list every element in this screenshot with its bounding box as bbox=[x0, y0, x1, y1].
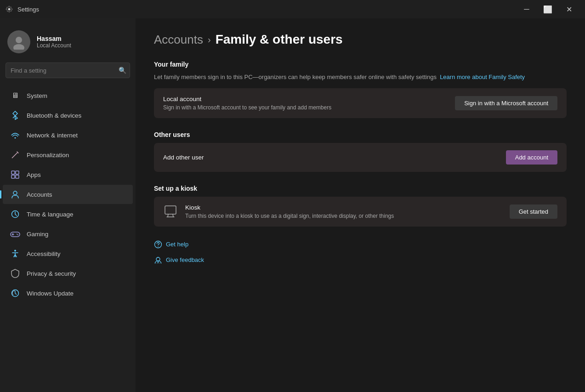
title-bar-left: Settings bbox=[6, 6, 39, 13]
breadcrumb: Accounts › Family & other users bbox=[154, 32, 567, 47]
sidebar-label-network: Network & internet bbox=[27, 132, 78, 139]
sidebar-item-update[interactable]: Windows Update bbox=[3, 284, 133, 303]
kiosk-section: Set up a kiosk Kiosk Turn this device in… bbox=[154, 185, 567, 227]
sidebar-label-time: Time & language bbox=[27, 211, 74, 218]
add-account-button[interactable]: Add account bbox=[506, 150, 557, 165]
svg-point-14 bbox=[17, 234, 17, 235]
username: Hassam bbox=[37, 35, 71, 42]
svg-rect-6 bbox=[16, 171, 19, 174]
close-button[interactable]: ✕ bbox=[558, 2, 579, 17]
your-family-title: Your family bbox=[154, 61, 567, 68]
local-account-title: Local account bbox=[163, 96, 331, 102]
kiosk-title: Kiosk bbox=[185, 204, 394, 211]
main-content: Accounts › Family & other users Your fam… bbox=[136, 18, 585, 392]
sidebar-label-privacy: Privacy & security bbox=[27, 270, 76, 277]
give-feedback-icon bbox=[154, 256, 162, 264]
add-user-card-left: Add other user bbox=[163, 154, 204, 161]
kiosk-card-left: Kiosk Turn this device into a kiosk to u… bbox=[163, 204, 394, 219]
your-family-desc: Let family members sign in to this PC—or… bbox=[154, 73, 567, 82]
sidebar-item-gaming[interactable]: Gaming bbox=[3, 224, 133, 244]
title-bar: Settings ─ ⬜ ✕ bbox=[0, 0, 585, 18]
local-account-card: Local account Sign in with a Microsoft a… bbox=[154, 88, 567, 118]
svg-point-0 bbox=[8, 8, 11, 11]
sidebar-label-apps: Apps bbox=[27, 171, 41, 178]
maximize-button[interactable]: ⬜ bbox=[537, 2, 558, 17]
sidebar-item-apps[interactable]: Apps bbox=[3, 165, 133, 184]
other-users-section: Other users Add other user Add account bbox=[154, 131, 567, 172]
kiosk-icon bbox=[163, 204, 178, 219]
sidebar-item-accessibility[interactable]: Accessibility bbox=[3, 244, 133, 263]
svg-rect-7 bbox=[11, 175, 15, 178]
sidebar-label-personalization: Personalization bbox=[27, 152, 69, 159]
svg-point-9 bbox=[13, 191, 17, 195]
avatar-image bbox=[11, 34, 27, 50]
accounts-icon bbox=[10, 189, 20, 199]
window-controls: ─ ⬜ ✕ bbox=[516, 2, 579, 17]
settings-icon bbox=[6, 6, 13, 13]
sidebar-label-bluetooth: Bluetooth & devices bbox=[27, 112, 81, 119]
local-account-subtitle: Sign in with a Microsoft account to see … bbox=[163, 104, 331, 111]
sidebar-label-accounts: Accounts bbox=[27, 191, 52, 198]
svg-point-23 bbox=[158, 246, 159, 247]
nav-items: 🖥 System Bluetooth & devices Network & i… bbox=[0, 84, 136, 392]
give-feedback-link[interactable]: Give feedback bbox=[154, 253, 567, 267]
search-icon: 🔍 bbox=[119, 67, 126, 74]
svg-point-24 bbox=[156, 257, 160, 261]
svg-line-20 bbox=[173, 214, 173, 217]
sidebar-item-time[interactable]: Time & language bbox=[3, 205, 133, 224]
add-other-user-title: Add other user bbox=[163, 154, 204, 161]
breadcrumb-current: Family & other users bbox=[216, 32, 343, 47]
svg-rect-18 bbox=[165, 206, 176, 214]
get-help-link[interactable]: Get help bbox=[154, 238, 567, 251]
time-icon bbox=[10, 209, 20, 219]
your-family-section: Your family Let family members sign in t… bbox=[154, 61, 567, 118]
add-other-user-card: Add other user Add account bbox=[154, 143, 567, 172]
minimize-button[interactable]: ─ bbox=[516, 2, 537, 17]
window-title: Settings bbox=[17, 6, 39, 13]
sidebar-item-bluetooth[interactable]: Bluetooth & devices bbox=[3, 106, 133, 125]
sidebar-item-network[interactable]: Network & internet bbox=[3, 125, 133, 145]
sidebar-item-personalization[interactable]: Personalization bbox=[3, 145, 133, 165]
svg-point-1 bbox=[16, 37, 22, 43]
search-box[interactable]: 🔍 bbox=[6, 62, 130, 78]
svg-line-26 bbox=[158, 261, 159, 263]
app-layout: Hassam Local Account 🔍 🖥 System Bluetoot… bbox=[0, 18, 585, 392]
svg-point-16 bbox=[14, 250, 16, 252]
accessibility-icon bbox=[10, 249, 20, 259]
svg-point-15 bbox=[17, 234, 18, 235]
sidebar-item-privacy[interactable]: Privacy & security bbox=[3, 264, 133, 283]
sign-in-microsoft-button[interactable]: Sign in with a Microsoft account bbox=[455, 96, 557, 110]
svg-line-25 bbox=[157, 261, 158, 263]
apps-icon bbox=[10, 170, 20, 180]
breadcrumb-parent[interactable]: Accounts bbox=[154, 33, 203, 47]
sidebar: Hassam Local Account 🔍 🖥 System Bluetoot… bbox=[0, 18, 136, 392]
search-input[interactable] bbox=[6, 62, 130, 78]
breadcrumb-arrow: › bbox=[208, 34, 211, 45]
sidebar-label-update: Windows Update bbox=[27, 290, 74, 297]
kiosk-section-title: Set up a kiosk bbox=[154, 185, 567, 192]
other-users-title: Other users bbox=[154, 131, 567, 138]
svg-point-2 bbox=[13, 44, 24, 50]
system-icon: 🖥 bbox=[10, 91, 20, 101]
learn-more-link[interactable]: Learn more about Family Safety bbox=[440, 74, 525, 80]
user-profile[interactable]: Hassam Local Account bbox=[0, 26, 136, 62]
sidebar-item-system[interactable]: 🖥 System bbox=[3, 86, 133, 105]
user-account-type: Local Account bbox=[37, 42, 71, 49]
card-left: Local account Sign in with a Microsoft a… bbox=[163, 96, 331, 111]
get-started-button[interactable]: Get started bbox=[510, 205, 557, 219]
user-info: Hassam Local Account bbox=[37, 35, 71, 49]
kiosk-card: Kiosk Turn this device into a kiosk to u… bbox=[154, 197, 567, 227]
get-help-icon bbox=[154, 240, 162, 249]
svg-rect-8 bbox=[16, 175, 19, 178]
network-icon bbox=[10, 130, 20, 140]
kiosk-text: Kiosk Turn this device into a kiosk to u… bbox=[185, 204, 394, 219]
bluetooth-icon bbox=[10, 110, 20, 120]
sidebar-item-accounts[interactable]: Accounts bbox=[3, 185, 133, 204]
sidebar-label-accessibility: Accessibility bbox=[27, 250, 61, 257]
kiosk-subtitle: Turn this device into a kiosk to use as … bbox=[185, 213, 394, 219]
help-section: Get help Give feedback bbox=[154, 238, 567, 267]
privacy-icon bbox=[10, 268, 20, 278]
sidebar-label-system: System bbox=[27, 92, 47, 99]
personalization-icon bbox=[10, 150, 20, 160]
svg-point-4 bbox=[15, 137, 16, 139]
